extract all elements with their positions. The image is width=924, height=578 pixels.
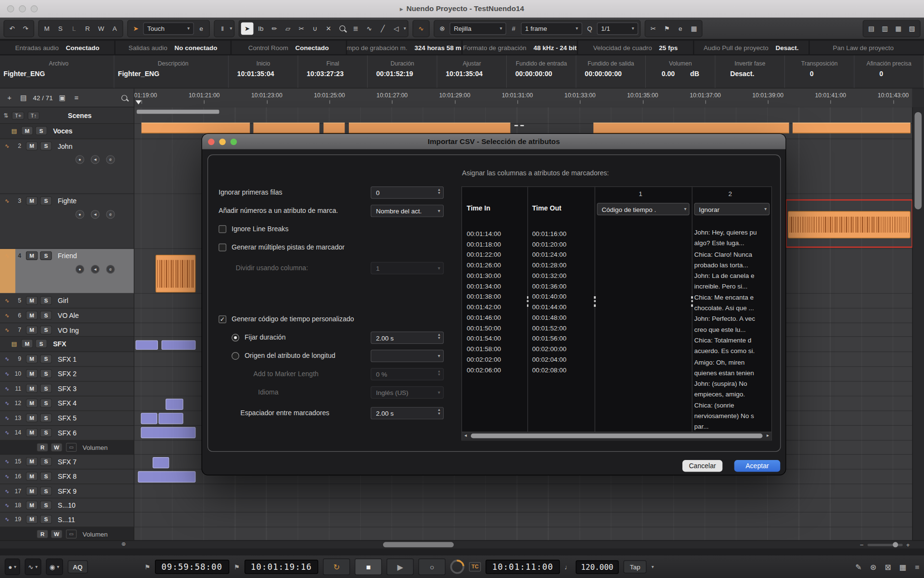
auto-scroll-icon[interactable]: ∿	[415, 22, 427, 35]
solo-button[interactable]: S	[40, 457, 51, 466]
play-button[interactable]: ▶	[387, 559, 414, 575]
solo-button[interactable]: S	[40, 384, 51, 393]
right-locator-time[interactable]: 10:01:19:16	[244, 560, 319, 574]
solo-button[interactable]: S	[35, 339, 47, 348]
mute-button[interactable]: M	[26, 355, 38, 363]
append-numbers-dropdown[interactable]: Nombre del act.▾	[371, 205, 444, 217]
snap-type-dropdown[interactable]: Rejilla▾	[449, 22, 506, 35]
csv-columns-table[interactable]: 1 2 Time In Time Out Código de tiempo .▾…	[462, 186, 772, 441]
grid-type-dropdown[interactable]: 1 frame▾	[521, 22, 582, 35]
mute-button[interactable]: M	[26, 296, 38, 305]
track-name[interactable]: Girl	[58, 297, 68, 304]
tempo-dropdown-icon[interactable]: ▾	[652, 564, 654, 569]
monitor-button[interactable]: ◄	[91, 210, 100, 219]
mute-button[interactable]: M	[26, 515, 38, 524]
info-cell[interactable]: Final 10:03:27:23	[298, 55, 368, 88]
comp-tool[interactable]: ≣	[349, 22, 362, 35]
mute-button[interactable]: M	[26, 369, 38, 378]
solo-button[interactable]: S	[40, 369, 51, 378]
gear-icon[interactable]: ⊛	[870, 563, 876, 571]
stop-button[interactable]: ■	[355, 559, 382, 575]
table-row[interactable]: 00:01:46:00 00:01:48:00	[462, 312, 662, 323]
table-row[interactable]: 00:01:54:00 00:01:56:00	[462, 333, 662, 343]
edit-channel-button[interactable]: e	[106, 155, 115, 164]
track-name[interactable]: SFX 5	[58, 414, 77, 421]
zoom-button[interactable]	[31, 5, 38, 13]
table-row[interactable]: 00:01:26:00 00:01:28:00	[462, 260, 662, 270]
snap-icon[interactable]: ⊗	[436, 22, 449, 35]
track-name[interactable]: Fighte	[58, 197, 77, 205]
cursor-marker[interactable]	[136, 100, 141, 105]
audio-event[interactable]	[166, 399, 183, 410]
track-row[interactable]: ▤ ∿ 12 M S R W ▭ SFX 4 ● ◄ e	[0, 396, 134, 411]
spacer-spinner[interactable]: 2.00 s ▲▼	[371, 407, 444, 420]
mute-button[interactable]: M	[26, 472, 38, 481]
status-segment[interactable]: Velocidad de cuadro 25 fps	[578, 40, 693, 54]
solo-button[interactable]: S	[40, 428, 51, 437]
lock-icon[interactable]: ⊠	[885, 563, 891, 571]
track-row[interactable]: ▤ ∿ M S R W ▭ Volumen ● ◄ e	[0, 527, 134, 540]
mute-tool[interactable]: ✕	[322, 22, 335, 35]
global-write-button[interactable]: W	[95, 22, 107, 35]
mute-button[interactable]: M	[26, 413, 38, 422]
track-name[interactable]: VO Ale	[58, 312, 79, 319]
track-row[interactable]: ▤ ∿ 5 M S R W ▭ Girl ● ◄ e	[0, 294, 134, 309]
info-cell[interactable]: Inicio 10:01:35:04	[229, 55, 298, 88]
automation-mode-dropdown[interactable]: Touch▾	[143, 22, 194, 35]
zoom-slider[interactable]	[867, 544, 902, 546]
audio-event[interactable]	[141, 427, 196, 438]
audio-event[interactable]	[793, 123, 911, 133]
track-row[interactable]: ▤ ∿ 17 M S R W ▭ SFX 9 ● ◄ e	[0, 484, 134, 498]
scrollbar-thumb[interactable]	[914, 112, 922, 210]
write-automation-button[interactable]: W	[51, 443, 62, 452]
edit-channel-button[interactable]: e	[106, 210, 115, 219]
info-cell[interactable]: Archivo Fighter_ENG	[0, 55, 115, 88]
search-icon[interactable]	[120, 95, 129, 101]
status-segment[interactable]: Pan Law de proyecto	[809, 40, 924, 54]
track-row[interactable]: ▤ ∿ 16 M S R W ▭ SFX 8 ● ◄ e	[0, 470, 134, 485]
fixed-duration-radio[interactable]	[231, 334, 239, 342]
solo-button[interactable]: S	[40, 355, 51, 363]
audio-event[interactable]	[158, 413, 183, 424]
solo-button[interactable]: S	[40, 311, 51, 319]
status-segment[interactable]: Audio Pull de proyecto Desact.	[694, 40, 808, 54]
add-track-button[interactable]: +	[5, 93, 14, 102]
track-name[interactable]: SFX 9	[58, 487, 77, 495]
zoom-button[interactable]	[231, 139, 237, 145]
mute-button[interactable]: M	[26, 399, 38, 407]
table-row[interactable]: 00:02:06:00 00:02:08:00	[462, 364, 662, 375]
track-row[interactable]: ▤ ∿ 9 M S R W ▭ SFX 1 ● ◄ e	[0, 352, 134, 367]
audio-event[interactable]	[141, 123, 250, 133]
marker-flag-icon[interactable]: ⚑	[661, 22, 673, 35]
crossfade-icon[interactable]: ✂	[647, 22, 660, 35]
metronome-icon[interactable]: ♩	[565, 563, 571, 570]
audio-event[interactable]	[349, 123, 511, 133]
status-segment[interactable]: Control Room Conectado	[231, 40, 346, 54]
track-name[interactable]: Voces	[53, 127, 72, 134]
project-cursor-time[interactable]: 10:01:11:00	[486, 560, 560, 574]
table-row[interactable]: 00:01:58:00 00:02:00:00	[462, 343, 662, 354]
track-row[interactable]: ▤ ∿ 19 M S R W ▭ S...11 ● ◄ e	[0, 512, 134, 527]
global-listen-button[interactable]: L	[68, 22, 80, 35]
info-cell[interactable]: Transposición 0	[785, 55, 854, 88]
mixer-icon[interactable]: ≡	[915, 563, 919, 571]
info-cell[interactable]: Descripción Fighter_ENG	[115, 55, 229, 88]
mute-button[interactable]: M	[26, 384, 38, 393]
track-name[interactable]: SFX 8	[58, 473, 77, 480]
quantize-icon[interactable]: Q	[583, 22, 596, 35]
info-cell[interactable]: Fundido de entrada 00:00:00:00	[507, 55, 576, 88]
status-segment[interactable]: Salidas audio No conectado	[116, 40, 230, 54]
track-row[interactable]: ▤ ∿ 6 M S R W ▭ VO Ale ● ◄ e	[0, 308, 134, 323]
track-row[interactable]: ▤ ∿ 15 M S R W ▭ SFX 7 ● ◄ e	[0, 455, 134, 470]
solo-button[interactable]: S	[40, 399, 51, 407]
status-segment[interactable]: Tiempo de grabación m. 324 horas 58 mins	[347, 40, 462, 54]
grid-icon[interactable]: #	[507, 22, 520, 35]
table-row[interactable]: 00:01:50:00 00:01:52:00	[462, 322, 662, 333]
pencil-tool[interactable]: ✏	[268, 22, 281, 35]
mute-button[interactable]: M	[26, 501, 38, 510]
quantize-dropdown[interactable]: 1/1▾	[597, 22, 638, 35]
table-row[interactable]: 00:01:42:00 00:01:44:00	[462, 302, 662, 312]
solo-button[interactable]: S	[40, 486, 51, 495]
table-row[interactable]: 00:02:02:00 00:02:04:00	[462, 354, 662, 365]
timeline-ruler[interactable]: 10:01:19:0010:01:21:0010:01:23:0010:01:2…	[134, 89, 912, 108]
